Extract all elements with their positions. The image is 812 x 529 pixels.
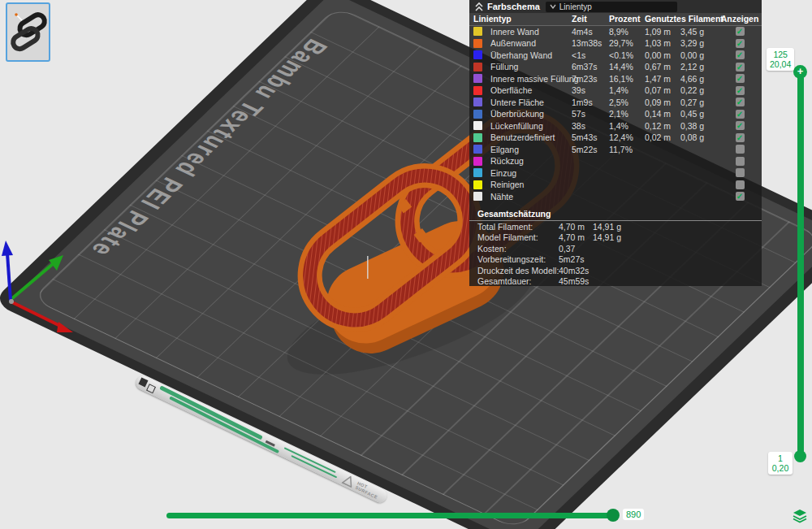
line-type-color-swatch [473,180,482,189]
visibility-checkbox[interactable] [736,180,745,189]
line-type-time: <1s [572,50,609,60]
line-type-percent: 1,4% [609,85,645,95]
line-type-color-swatch [473,110,482,119]
step-slider-handle[interactable] [607,509,620,522]
line-type-percent: 1,4% [609,121,645,131]
col-anzeigen: Anzeigen [718,14,762,24]
table-header-row: Linientyp Zeit Prozent Genutztes Filamen… [469,13,762,26]
summary-rows: Total Filament:4,70 m14,91 gModel Filame… [469,221,762,287]
visibility-checkbox[interactable]: ✓ [736,133,745,142]
line-type-weight: 0,08 g [680,132,718,142]
line-type-label: Überhang Wand [490,50,572,60]
top-layer-height: 20,04 [770,59,791,69]
line-type-length: 1,03 m [645,38,680,48]
summary-value-1: 45m59s [559,276,593,286]
line-type-rows: Innere Wand4m4s8,9%1,09 m3,45 g✓Außenwan… [469,26,762,203]
line-type-color-swatch [473,50,482,59]
line-type-color-swatch [473,63,482,72]
line-type-time: 1m9s [572,98,609,107]
color-scheme-panel: Farbschema Linientyp Linientyp Zeit Proz… [469,0,762,286]
line-type-row: Benutzerdefiniert5m43s12,4%0,02 m0,08 g✓ [469,132,762,144]
summary-label: Model Filament: [477,232,559,242]
summary-value-1: 5m27s [559,254,593,264]
line-type-row: Überhang Wand<1s<0.1%0,00 m0,00 g✓ [469,50,762,62]
line-type-weight: 0,22 g [680,85,718,95]
line-type-length: 0,02 m [645,132,680,142]
line-type-row: Außenwand13m38s29,7%1,03 m3,29 g✓ [469,37,762,50]
view-mode-dropdown[interactable]: Linientyp [546,2,677,12]
add-layer-range-button[interactable]: + [793,65,807,79]
step-slider-value: 890 [623,509,644,520]
layer-slider-top-tooltip: 125 20,04 [767,48,794,71]
line-type-label: Reinigen [490,180,572,189]
layer-slider-track[interactable] [797,75,804,457]
line-type-color-swatch [473,157,482,166]
summary-row: Kosten:0,37 [469,243,762,254]
line-type-label: Überbrückung [490,109,572,119]
layers-icon[interactable] [793,509,807,523]
bottom-layer-number: 1 [771,453,789,463]
visibility-checkbox[interactable]: ✓ [736,63,745,72]
layer-slider-bottom-tooltip: 1 0,20 [768,452,793,475]
visibility-checkbox[interactable]: ✓ [736,27,745,36]
summary-title: Gesamtschätzung [469,206,762,221]
col-linientyp: Linientyp [473,14,572,24]
line-type-percent: 12,4% [609,132,645,142]
line-type-length: 0,00 m [645,50,680,60]
col-filament: Genutztes Filament [645,14,718,24]
line-type-percent: 29,7% [609,38,645,48]
visibility-checkbox[interactable]: ✓ [736,86,745,95]
summary-row: Vorbereitungszeit:5m27s [469,254,762,266]
collapse-icon[interactable] [474,2,484,11]
visibility-checkbox[interactable]: ✓ [736,121,745,130]
col-prozent: Prozent [609,14,645,24]
layer-slider-bottom-handle[interactable] [794,450,806,462]
line-type-color-swatch [473,133,482,142]
visibility-checkbox[interactable]: ✓ [736,50,745,59]
line-type-row: Überbrückung57s2,1%0,14 m0,45 g✓ [469,108,762,120]
summary-value-1: 0,37 [559,244,593,254]
line-type-label: Innere Wand [490,27,572,37]
line-type-weight: 0,38 g [680,121,718,131]
visibility-checkbox[interactable]: ✓ [736,39,745,48]
line-type-length: 1,47 m [645,74,680,84]
summary-label: Vorbereitungszeit: [477,254,559,264]
top-layer-number: 125 [770,50,791,59]
step-slider-track[interactable] [166,513,615,518]
x-axis-arrow [57,322,73,332]
visibility-checkbox[interactable] [736,168,745,177]
line-type-percent: <0.1% [609,50,645,60]
summary-label: Gesamtdauer: [477,276,559,286]
summary-label: Druckzeit des Modell: [477,266,559,275]
line-type-color-swatch [473,192,482,201]
z-axis-arrow [2,241,13,256]
visibility-checkbox[interactable] [736,157,745,166]
visibility-checkbox[interactable]: ✓ [736,192,745,201]
line-type-color-swatch [473,121,482,130]
visibility-checkbox[interactable]: ✓ [736,110,745,119]
thumbnail-model-icon [7,4,49,60]
line-type-weight: 3,45 g [680,27,718,37]
line-type-row: Innere massive Füllung7m23s16,1%1,47 m4,… [469,73,762,85]
line-type-length: 0,09 m [645,98,680,107]
line-type-label: Innere massive Füllung [490,74,572,84]
summary-label: Kosten: [477,244,559,254]
line-type-time: 38s [572,121,609,131]
visibility-checkbox[interactable]: ✓ [736,98,745,106]
visibility-checkbox[interactable]: ✓ [736,74,745,83]
line-type-weight: 0,27 g [680,98,718,107]
line-type-color-swatch [473,145,482,154]
line-type-label: Außenwand [490,38,572,48]
line-type-time: 4m4s [572,27,609,37]
line-type-color-swatch [473,86,482,95]
line-type-row: Reinigen [469,179,762,191]
line-type-label: Nähte [490,192,572,202]
line-type-time: 57s [572,109,609,119]
line-type-time: 13m38s [572,38,609,48]
line-type-color-swatch [473,27,482,36]
line-type-row: Innere Wand4m4s8,9%1,09 m3,45 g✓ [469,26,762,38]
bottom-layer-height: 0,20 [771,463,789,473]
line-type-label: Oberfläche [490,85,572,95]
plate-thumbnail[interactable] [6,2,50,62]
visibility-checkbox[interactable] [736,145,745,154]
